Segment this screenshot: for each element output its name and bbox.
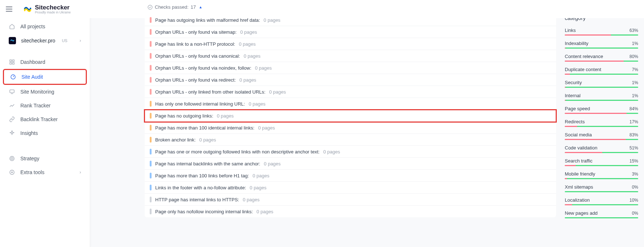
category-head: Indexability1% xyxy=(565,41,638,46)
category-row[interactable]: Internal1% xyxy=(565,93,638,101)
progress-bar xyxy=(565,100,638,101)
check-pages-count: 0 pages xyxy=(239,41,255,47)
hamburger-menu-icon[interactable] xyxy=(6,5,15,13)
checks-passed-toggle[interactable]: Checks passed: 17 ▲ xyxy=(148,4,556,10)
check-row[interactable]: Has only one followed internal linking U… xyxy=(145,98,556,110)
category-row[interactable]: Localization10% xyxy=(565,197,638,205)
sidebar-item-label: Extra tools xyxy=(20,169,44,175)
brand-name: Sitechecker xyxy=(35,4,71,11)
severity-indicator-icon xyxy=(150,125,152,131)
sidebar-item-label: Dashboard xyxy=(20,59,45,65)
check-row[interactable]: Page has more than 100 identical interna… xyxy=(145,122,556,134)
check-row[interactable]: Links in the footer with a no-follow att… xyxy=(145,182,556,194)
category-row[interactable]: Links63% xyxy=(565,28,638,36)
check-label: Page has outgoing links with malformed h… xyxy=(155,17,260,23)
category-percent: 10% xyxy=(629,198,638,203)
sidebar: All projects sitechecker.pro US › Dashbo… xyxy=(0,0,90,247)
category-head: Duplicate content7% xyxy=(565,67,638,72)
category-name: Xml sitemaps xyxy=(565,184,593,190)
category-head: Links63% xyxy=(565,28,638,33)
checks-passed-count: 17 xyxy=(191,4,196,10)
check-label: Page has link to a non-HTTP protocol xyxy=(155,41,235,47)
category-name: Duplicate content xyxy=(565,67,601,72)
category-row[interactable]: Content relevance80% xyxy=(565,54,638,62)
category-row[interactable]: Code validation51% xyxy=(565,145,638,153)
progress-bar xyxy=(565,165,638,166)
sidebar-item-rank-tracker[interactable]: Rank Tracker xyxy=(3,99,87,112)
check-row[interactable]: Page has link to a non-HTTP protocol0 pa… xyxy=(145,38,556,50)
sidebar-item-project[interactable]: sitechecker.pro US › xyxy=(3,33,87,48)
check-row[interactable]: Page has internal backlinks with the sam… xyxy=(145,158,556,170)
checks-list: Page has outgoing links with malformed h… xyxy=(145,14,556,217)
brand-logo[interactable]: Sitechecker Proudly made in Ukraine xyxy=(23,4,71,14)
progress-bar-fill xyxy=(565,204,572,205)
check-row[interactable]: Orphan URLs - only found via redirect0 p… xyxy=(145,74,556,86)
category-name: Redirects xyxy=(565,119,585,124)
home-icon xyxy=(9,23,15,30)
check-row[interactable]: Orphan URLs - only linked from other iso… xyxy=(145,86,556,98)
categories-list: Links63%Indexability1%Content relevance8… xyxy=(565,28,638,218)
check-row[interactable]: Page has more than 100 links before H1 t… xyxy=(145,170,556,182)
check-row[interactable]: Orphan URLs - only found via canonical0 … xyxy=(145,50,556,62)
progress-bar xyxy=(565,48,638,49)
check-row[interactable]: Broken anchor link0 pages xyxy=(145,134,556,146)
check-row[interactable]: Page has one or more outgoing followed l… xyxy=(145,146,556,158)
category-head: Localization10% xyxy=(565,197,638,203)
category-row[interactable]: Mobile friendly3% xyxy=(565,171,638,179)
category-head: Social media83% xyxy=(565,132,638,137)
sidebar-item-label: Site Monitoring xyxy=(20,89,54,95)
check-pages-count: 0 pages xyxy=(263,17,280,23)
check-pages-count: 0 pages xyxy=(269,89,286,95)
check-row[interactable]: Page has outgoing links with malformed h… xyxy=(145,14,556,26)
sidebar-item-site-audit[interactable]: Site Audit xyxy=(3,69,87,85)
sidebar-item-site-monitoring[interactable]: Site Monitoring xyxy=(3,85,87,99)
category-row[interactable]: Redirects17% xyxy=(565,119,638,127)
progress-bar xyxy=(565,113,638,114)
category-row[interactable]: Indexability1% xyxy=(565,41,638,49)
category-percent: 15% xyxy=(629,159,638,164)
check-pages-count: 0 pages xyxy=(255,65,272,71)
category-row[interactable]: Page speed84% xyxy=(565,106,638,114)
check-row[interactable]: Page only has nofollow incoming internal… xyxy=(145,206,556,217)
check-row[interactable]: HTTP page has internal links to HTTPS0 p… xyxy=(145,194,556,206)
gauge-icon xyxy=(10,74,16,80)
category-percent: 51% xyxy=(629,145,638,151)
sidebar-item-backlink-tracker[interactable]: Backlink Tracker xyxy=(3,112,87,126)
check-pages-count: 0 pages xyxy=(199,137,216,143)
progress-bar-fill xyxy=(565,113,627,114)
svg-point-6 xyxy=(10,156,14,161)
progress-bar-fill xyxy=(565,178,567,179)
category-row[interactable]: Social media83% xyxy=(565,132,638,140)
svg-point-7 xyxy=(11,157,13,159)
check-pages-count: 0 pages xyxy=(249,101,265,107)
sidebar-item-extra-tools[interactable]: Extra tools › xyxy=(3,165,87,179)
svg-rect-2 xyxy=(10,62,12,64)
severity-indicator-icon xyxy=(150,161,152,166)
check-row[interactable]: Orphan URLs - only found via sitemap0 pa… xyxy=(145,26,556,38)
check-row[interactable]: Orphan URLs - only found via noindex, fo… xyxy=(145,62,556,74)
check-pages-count: 0 pages xyxy=(264,161,281,166)
svg-rect-0 xyxy=(10,60,12,62)
category-row[interactable]: Xml sitemaps0% xyxy=(565,184,638,192)
progress-bar-fill xyxy=(565,48,565,49)
check-pages-count: 0 pages xyxy=(258,125,275,131)
main-content: Checks passed: 17 ▲ Page has outgoing li… xyxy=(90,0,565,247)
category-row[interactable]: Security1% xyxy=(565,80,638,88)
progress-bar xyxy=(565,126,638,127)
progress-bar xyxy=(565,139,638,140)
category-row[interactable]: Duplicate content7% xyxy=(565,67,638,75)
category-row[interactable]: Search traffic15% xyxy=(565,158,638,166)
category-percent: 80% xyxy=(629,54,638,59)
sidebar-item-dashboard[interactable]: Dashboard xyxy=(3,55,87,69)
check-row[interactable]: Page has no outgoing links0 pages xyxy=(145,110,556,122)
check-label: Page has more than 100 links before H1 t… xyxy=(155,173,249,178)
sidebar-item-strategy[interactable]: Strategy xyxy=(3,152,87,165)
category-name: Mobile friendly xyxy=(565,171,595,177)
check-label: Page has one or more outgoing followed l… xyxy=(155,149,319,155)
category-head: Internal1% xyxy=(565,93,638,98)
svg-rect-5 xyxy=(10,90,14,93)
brand-tagline: Proudly made in Ukraine xyxy=(35,11,71,14)
sidebar-item-all-projects[interactable]: All projects xyxy=(3,20,87,33)
category-row[interactable]: New pages add0% xyxy=(565,210,638,218)
sidebar-item-insights[interactable]: Insights xyxy=(3,126,87,140)
